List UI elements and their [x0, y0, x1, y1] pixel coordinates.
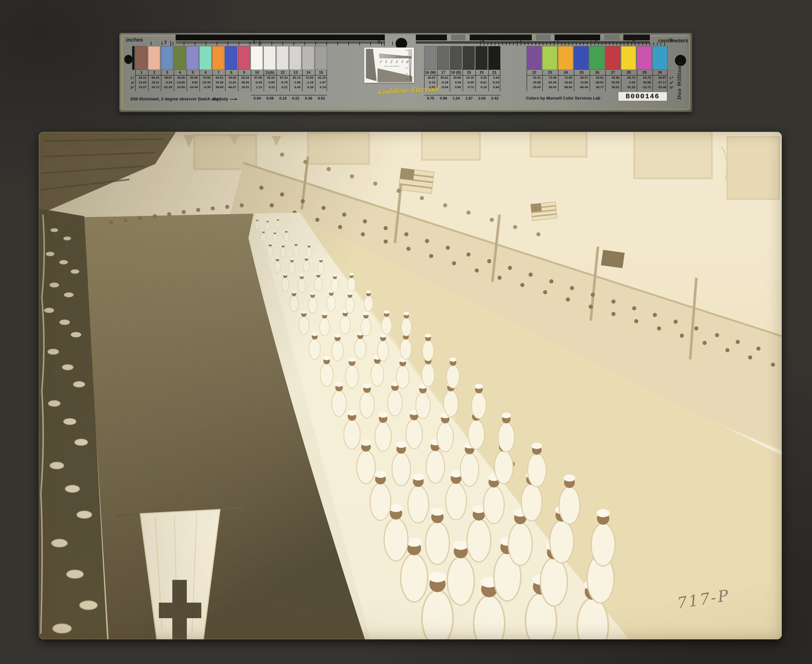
color-patch: 6 70.82 -33.43 -0.35	[199, 46, 212, 92]
patch-L-value: 52.24	[238, 75, 250, 80]
color-patch: 2 65.43 18.11 18.72	[148, 46, 160, 92]
patch-L-value: 63.51	[213, 75, 224, 80]
density-value: 0.98	[437, 96, 450, 101]
color-swatch	[652, 46, 667, 70]
svg-text:500: 500	[406, 61, 408, 63]
color-patch: 14 72.06 -1.19 0.28	[302, 46, 314, 92]
patch-L-value: 54.91	[590, 75, 605, 80]
color-swatch	[251, 46, 263, 70]
density-value: 2.42	[488, 96, 501, 101]
patch-a-value: -0.18	[437, 80, 449, 85]
cm-tick-label: 3	[594, 37, 632, 43]
patch-a-value: 0.54	[450, 80, 462, 85]
illuminant-note: D50 Illuminant, 2 degree observer (batch…	[130, 97, 221, 101]
patch-b-value: 55.93	[543, 85, 557, 90]
parade-photograph: 717-P	[39, 132, 782, 640]
color-swatch	[135, 46, 147, 70]
color-patch: 25 29.37 13.06 -49.49	[574, 46, 589, 92]
patch-L-value: 44.26	[174, 75, 186, 80]
patch-b-value: 18.51	[238, 85, 250, 90]
lab-row-labels-left: L*a*b*	[126, 76, 134, 90]
color-swatch	[476, 46, 488, 70]
inches-label: inches	[126, 37, 143, 43]
patch-L-value: 52.79	[637, 75, 652, 80]
patch-number: 9	[238, 70, 250, 75]
density-value: 0.09	[264, 96, 276, 101]
patch-number: 22	[527, 70, 541, 75]
color-patch: 24 72.95 16.83 68.80	[558, 46, 573, 92]
patch-a-value: -1.19	[303, 80, 314, 85]
patch-L-value: 38.62	[437, 75, 449, 80]
color-patch: 21 3.44 -0.23 0.49	[488, 46, 501, 92]
color-swatch	[605, 46, 620, 70]
patch-a-value: 9.82	[187, 80, 199, 85]
patch-L-value: 49.87	[161, 75, 173, 80]
patch-a-value: -0.16	[424, 80, 436, 85]
color-patch: 9 52.24 48.55 18.51	[238, 46, 250, 92]
density-values-left: 0.040.090.150.220.360.51	[251, 96, 328, 101]
resolution-target: 300 400 500 600 700 800 dots per inch (c…	[364, 47, 414, 83]
patch-a-value: 16.83	[559, 80, 573, 85]
density-value: 2.04	[476, 96, 488, 101]
patch-a-value: 18.11	[148, 80, 160, 85]
color-swatch	[488, 46, 501, 70]
patch-a-value: -27.17	[653, 80, 667, 85]
svg-text:600: 600	[406, 67, 408, 68]
svg-text:700: 700	[401, 60, 404, 63]
color-swatch	[574, 46, 589, 70]
patch-number: 18 (B)	[450, 70, 462, 75]
density-value: 1.24	[450, 96, 463, 101]
patch-number: 20	[476, 70, 488, 75]
patch-L-value: 39.12	[135, 75, 147, 80]
patch-b-value: 0.60	[450, 85, 462, 90]
color-patch: 28 82.74 3.45 81.29	[621, 46, 636, 92]
inch-tick-label: 2	[164, 39, 167, 45]
patch-a-value: -1.06	[290, 80, 301, 85]
patch-L-value: 70.82	[200, 75, 212, 80]
color-patch-group-22-30: 22 31.41 20.98 -19.43 23 72.46 -24.45 55…	[527, 46, 668, 92]
color-swatch	[590, 46, 605, 70]
patch-number: 16 (M)	[424, 70, 436, 75]
patch-a-value: -24.45	[543, 80, 557, 85]
inch-tick-label: 0	[378, 39, 380, 45]
color-swatch	[225, 46, 237, 70]
calibration-ruler: inches centimeters 2 1 0 012345 1 39.12	[119, 33, 692, 112]
patch-L-value: 72.46	[543, 75, 557, 80]
patch-a-value: -0.60	[264, 80, 276, 85]
table-rule	[135, 75, 327, 76]
patch-b-value: 0.21	[277, 85, 289, 90]
inch-tick-major	[259, 41, 260, 46]
color-patch: 12 87.34 -0.75 0.21	[276, 46, 289, 92]
patch-L-value: 97.06	[251, 75, 263, 80]
patch-L-value: 28.86	[450, 75, 462, 80]
patch-L-value: 72.06	[303, 75, 314, 80]
patch-L-value: 65.43	[148, 75, 160, 80]
density-value: 0.04	[251, 96, 264, 101]
patch-b-value: 30.01	[606, 85, 620, 90]
patch-L-value: 31.41	[527, 75, 541, 80]
patch-number: 6	[200, 70, 212, 75]
patch-b-value: 0.73	[463, 85, 474, 90]
patch-b-value: 18.72	[148, 85, 160, 90]
barcode-bar	[176, 34, 385, 41]
svg-text:400: 400	[406, 55, 408, 57]
color-swatch	[174, 46, 186, 70]
patch-a-value: 20.98	[527, 80, 541, 85]
patch-number: 21	[489, 70, 500, 75]
patch-a-value: 34.26	[213, 80, 224, 85]
cm-tick-label: 2	[556, 37, 594, 43]
patch-a-value: 11.81	[225, 80, 237, 85]
patch-number: 27	[606, 70, 620, 75]
svg-text:500: 500	[390, 60, 393, 63]
dpi-caption: dots per inch (captured)	[384, 65, 399, 67]
color-patch: 7 63.51 34.26 59.60	[212, 46, 224, 92]
color-patch: 18 (B) 28.86 0.54 0.60	[450, 46, 462, 92]
color-swatch	[161, 46, 173, 70]
svg-text:600: 600	[395, 60, 398, 63]
patch-number: 1	[135, 70, 147, 75]
color-swatch	[542, 46, 557, 70]
patch-a-value: 48.55	[238, 80, 250, 85]
svg-text:300: 300	[406, 50, 408, 51]
patch-L-value: 87.34	[277, 75, 289, 80]
munsell-credit: Colors by Munsell Color Services Lab	[526, 96, 600, 101]
